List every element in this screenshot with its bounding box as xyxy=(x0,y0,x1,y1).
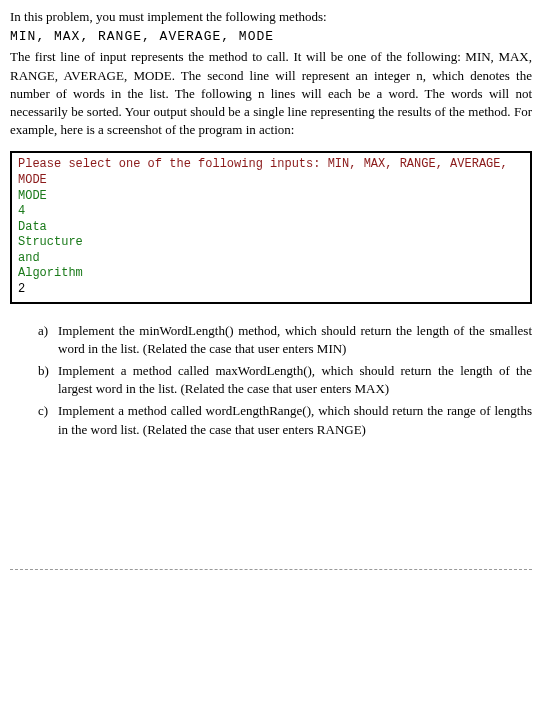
code-input-line: Data xyxy=(18,220,524,236)
code-input-line: Algorithm xyxy=(18,266,524,282)
list-text: Implement a method called wordLengthRang… xyxy=(58,402,532,438)
intro-methods: MIN, MAX, RANGE, AVERAGE, MODE xyxy=(10,28,532,46)
list-text: Implement the minWordLength() method, wh… xyxy=(58,322,532,358)
intro-line-1: In this problem, you must implement the … xyxy=(10,8,532,26)
code-screenshot-box: Please select one of the following input… xyxy=(10,151,532,303)
list-item-a: a) Implement the minWordLength() method,… xyxy=(38,322,532,358)
code-output-line: 2 xyxy=(18,282,524,298)
list-top: a) Implement the minWordLength() method,… xyxy=(10,322,532,439)
list-text: Implement a method called maxWordLength(… xyxy=(58,362,532,398)
code-input-line: 4 xyxy=(18,204,524,220)
page-separator xyxy=(10,569,532,570)
code-input-line: and xyxy=(18,251,524,267)
code-prompt: Please select one of the following input… xyxy=(18,157,524,188)
list-marker: b) xyxy=(38,362,58,398)
code-input-line: MODE xyxy=(18,189,524,205)
list-marker: c) xyxy=(38,402,58,438)
code-input-line: Structure xyxy=(18,235,524,251)
list-item-b: b) Implement a method called maxWordLeng… xyxy=(38,362,532,398)
intro-paragraph: The first line of input represents the m… xyxy=(10,48,532,139)
list-item-c: c) Implement a method called wordLengthR… xyxy=(38,402,532,438)
list-marker: a) xyxy=(38,322,58,358)
